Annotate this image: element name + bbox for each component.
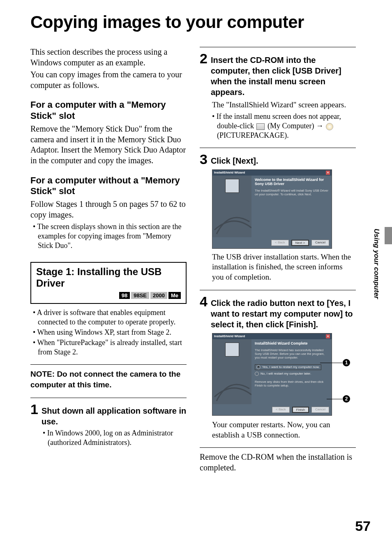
callout-line xyxy=(327,399,342,399)
closing-paragraph: Remove the CD-ROM when the installation … xyxy=(200,452,356,473)
installshield-screenshot-2: InstallShield Wizard × InstallShield Wiz… xyxy=(212,333,332,416)
divider xyxy=(30,398,187,398)
intro-paragraph-2: You can copy images from the camera to y… xyxy=(30,69,187,90)
my-computer-icon xyxy=(256,123,265,130)
next-button: Next > xyxy=(291,240,309,246)
cancel-button: Cancel xyxy=(311,407,329,413)
disc-icon xyxy=(326,123,333,130)
stage-title: Stage 1: Installing the USB Driver xyxy=(36,266,181,290)
ss-title: InstallShield Wizard xyxy=(214,334,245,338)
step-body: The "InstallShield Wizard" screen appear… xyxy=(212,100,356,110)
stage-box: Stage 1: Installing the USB Driver 98 98… xyxy=(30,262,187,304)
stage-bullet: A driver is software that enables equipm… xyxy=(30,308,187,327)
radio-option-yes: Yes, I want to restart my computer now. xyxy=(255,364,321,370)
os-badge: 2000 xyxy=(150,292,167,299)
left-column: This section describes the process using… xyxy=(30,47,187,475)
os-badge: 98SE xyxy=(131,292,149,299)
wizard-icon xyxy=(225,179,239,193)
right-column: 2 Insert the CD-ROM into the computer, t… xyxy=(200,47,356,475)
step-heading: Click the radio button next to [Yes, I w… xyxy=(211,298,356,330)
os-badge: 98 xyxy=(119,292,130,299)
section-heading-with-slot: For a computer with a "Memory Stick" slo… xyxy=(30,100,187,121)
back-button: < Back xyxy=(272,407,290,413)
os-badge-row: 98 98SE 2000 Me xyxy=(36,292,181,299)
side-section-label: Using your computer xyxy=(372,229,380,299)
ss-description: The InstallShield® Wizard will install S… xyxy=(255,189,328,196)
step-3: 3 Click [Next]. xyxy=(200,152,356,166)
ss-welcome-text: Welcome to the InstallShield Wizard for … xyxy=(255,178,328,186)
step-4: 4 Click the radio button next to [Yes, I… xyxy=(200,294,356,330)
step-number: 3 xyxy=(200,152,208,166)
step-heading: Click [Next]. xyxy=(211,155,258,166)
step-heading: Shut down all application software in us… xyxy=(42,405,187,427)
step-heading: Insert the CD-ROM into the computer, the… xyxy=(211,55,356,97)
installshield-screenshot-1: InstallShield Wizard × Welcome to the In… xyxy=(212,169,332,249)
step-bullet: In Windows 2000, log on as Administrator… xyxy=(40,428,187,447)
step-2: 2 Insert the CD-ROM into the computer, t… xyxy=(200,51,356,97)
note-text: NOTE: Do not connect the camera to the c… xyxy=(30,370,180,389)
wizard-graphic xyxy=(212,372,251,404)
finish-button: Finish xyxy=(292,407,309,413)
close-icon: × xyxy=(326,334,330,338)
step-body: Your computer restarts. Now, you can est… xyxy=(212,420,356,440)
callout-1: 1 xyxy=(343,359,350,366)
step-number: 2 xyxy=(200,51,208,65)
radio-icon xyxy=(256,365,261,369)
note-bullet: The screen displays shown in this sectio… xyxy=(30,222,187,250)
arrow-icon: → xyxy=(316,122,323,130)
radio-option-no: No, I will restart my computer later. xyxy=(261,372,311,375)
section-body: Follow Stages 1 through 5 on pages 57 to… xyxy=(30,199,187,220)
stage-bullet: When using Windows XP, start from Stage … xyxy=(30,328,187,337)
section-heading-without-slot: For a computer without a "Memory Stick" … xyxy=(30,175,187,197)
step-body: The USB driver installation starts. When… xyxy=(212,252,356,282)
step-bullet: If the install menu screen does not appe… xyxy=(210,112,356,140)
cancel-button: Cancel xyxy=(311,240,329,246)
back-button: < Back xyxy=(271,240,289,246)
intro-paragraph: This section describes the process using… xyxy=(30,47,187,68)
page-number: 57 xyxy=(355,518,371,534)
radio-icon xyxy=(255,372,259,376)
divider xyxy=(200,47,356,47)
divider xyxy=(200,290,356,290)
stage-bullet: When "PicturePackage" is already install… xyxy=(30,338,187,357)
wizard-icon xyxy=(225,343,239,357)
close-icon: × xyxy=(326,171,330,175)
callout-2: 2 xyxy=(343,395,350,403)
step-number: 4 xyxy=(200,294,208,308)
wizard-graphic xyxy=(212,205,251,237)
ss-remove-text: Remove any disks from their drives, and … xyxy=(255,380,328,387)
ss-description: The InstallShield Wizard has successfull… xyxy=(255,348,328,359)
divider xyxy=(200,447,356,448)
divider xyxy=(200,148,356,148)
section-body: Remove the "Memory Stick Duo" from the c… xyxy=(30,124,187,166)
side-tab-indicator xyxy=(385,227,392,244)
page-title: Copying images to your computer xyxy=(30,12,363,32)
callout-line xyxy=(320,363,342,363)
step-1: 1 Shut down all application software in … xyxy=(30,402,187,427)
divider xyxy=(30,364,187,365)
ss-complete-text: InstallShield Wizard Complete xyxy=(255,342,328,346)
step-number: 1 xyxy=(30,402,38,416)
ss-title: InstallShield Wizard xyxy=(214,171,245,175)
os-badge: Me xyxy=(168,292,181,299)
